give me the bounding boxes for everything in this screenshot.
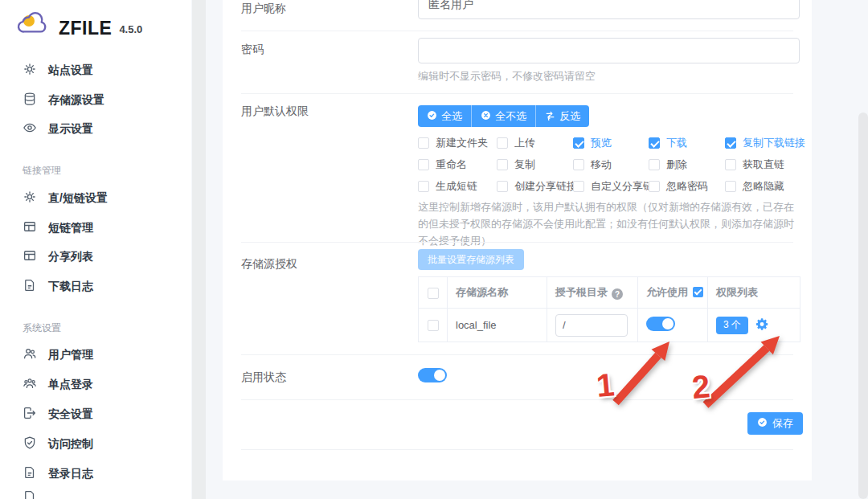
option-label: 移动 [591, 157, 612, 172]
permission-option[interactable]: 自定义分享链接 [573, 179, 649, 194]
nickname-input[interactable] [418, 0, 800, 19]
checkbox[interactable] [649, 181, 660, 192]
perm-count-badge[interactable]: 3 个 [716, 317, 748, 334]
checkbox[interactable] [497, 159, 508, 170]
checkbox[interactable] [573, 159, 584, 170]
document-icon [23, 278, 37, 296]
save-button[interactable]: 保存 [747, 412, 803, 435]
sidebar-item-label: 显示设置 [48, 122, 93, 137]
sidebar-item-label: 访问控制 [48, 437, 93, 452]
table-row: local_file 3 个 [419, 309, 800, 342]
sidebar-item-display-settings[interactable]: 显示设置 [23, 121, 93, 137]
select-all-rows-checkbox[interactable] [428, 288, 439, 299]
permission-option[interactable]: 忽略隐藏 [725, 179, 784, 194]
permission-option[interactable]: 删除 [649, 157, 687, 172]
option-label: 新建文件夹 [436, 136, 488, 150]
invert-selection-button[interactable]: 反选 [535, 105, 589, 127]
sidebar-item-security-settings[interactable]: 安全设置 [23, 407, 93, 423]
sidebar-item-download-log[interactable]: 下载日志 [23, 279, 93, 295]
checkbox[interactable] [418, 159, 429, 170]
col-header-perm-list: 权限列表 [708, 277, 800, 309]
storage-auth-label: 存储源授权 [241, 257, 297, 272]
checkbox[interactable] [725, 181, 736, 192]
col-header-storage-name: 存储源名称 [448, 277, 547, 309]
page-scrollbar[interactable] [858, 112, 868, 499]
enabled-status-toggle-on[interactable] [418, 368, 447, 382]
option-label: 下载 [666, 136, 687, 150]
app-name: ZFILE [59, 16, 112, 40]
sidebar-item-label: 站点设置 [48, 63, 93, 78]
col-header-root-dir: 授予根目录? [547, 277, 638, 309]
checkbox-checked[interactable] [725, 137, 736, 149]
checkbox[interactable] [418, 137, 429, 149]
permission-option[interactable]: 预览 [573, 136, 612, 150]
save-button-label: 保存 [772, 416, 793, 431]
password-input[interactable] [418, 38, 800, 63]
sidebar-item-login-log[interactable]: 登录日志 [23, 466, 93, 482]
annotation-number-1: 1 [595, 368, 616, 402]
permission-option[interactable]: 下载 [649, 136, 687, 150]
select-all-button[interactable]: 全选 [418, 105, 471, 127]
checkbox[interactable] [725, 159, 736, 170]
sidebar-item-access-control[interactable]: 访问控制 [23, 436, 93, 452]
permission-bulk-actions: 全选 全不选 反选 [418, 105, 589, 127]
option-label: 复制 [514, 157, 535, 172]
permission-option[interactable]: 忽略密码 [649, 179, 708, 194]
checkbox[interactable] [418, 181, 429, 192]
checkbox-checked[interactable] [649, 137, 660, 149]
sidebar-item-label: 登录日志 [48, 467, 93, 481]
permission-option[interactable]: 新建文件夹 [418, 136, 488, 150]
sidebar-scrollbar[interactable] [192, 0, 206, 499]
password-help-text: 编辑时不显示密码，不修改密码请留空 [418, 67, 802, 84]
sidebar-item-link-settings[interactable]: 直/短链设置 [23, 190, 108, 207]
x-circle-icon [481, 110, 491, 123]
permission-option[interactable]: 复制下载链接 [725, 136, 805, 150]
checkbox-checked[interactable] [573, 137, 584, 149]
permission-option[interactable]: 移动 [573, 157, 612, 172]
option-label: 复制下载链接 [743, 136, 805, 150]
allow-use-toggle-on[interactable] [646, 317, 675, 331]
option-label: 生成短链 [436, 179, 477, 194]
divider [241, 31, 793, 31]
question-circle-icon[interactable]: ? [612, 288, 623, 300]
sidebar-item-shortlink-management[interactable]: 短链管理 [23, 220, 93, 236]
storage-name-cell: local_file [448, 309, 547, 342]
root-dir-input[interactable] [555, 314, 628, 337]
permission-option[interactable]: 上传 [497, 136, 535, 150]
eye-icon [23, 121, 37, 138]
permission-option[interactable]: 复制 [497, 157, 535, 172]
sidebar-item-label: 分享列表 [48, 250, 93, 264]
sidebar-section-system-settings: 系统设置 [23, 321, 61, 335]
option-label: 获取直链 [743, 157, 784, 172]
checkbox[interactable] [497, 181, 508, 192]
sidebar-item-label: 安全设置 [48, 407, 93, 422]
gear-icon [23, 190, 37, 207]
checkbox[interactable] [649, 159, 660, 170]
sidebar-item-sso[interactable]: 单点登录 [23, 377, 93, 393]
checkbox[interactable] [497, 137, 508, 149]
sidebar-item-partial[interactable] [23, 490, 37, 499]
permission-option[interactable]: 获取直链 [725, 157, 784, 172]
sidebar-item-user-management[interactable]: 用户管理 [23, 347, 93, 363]
batch-set-storage-button[interactable]: 批量设置存储源列表 [418, 249, 524, 270]
divider [241, 449, 793, 450]
allow-all-checkbox-checked[interactable] [693, 287, 703, 297]
checkbox[interactable] [573, 181, 584, 192]
annotation-number-2: 2 [690, 370, 711, 403]
select-none-button[interactable]: 全不选 [471, 105, 535, 127]
row-checkbox[interactable] [428, 320, 439, 331]
sidebar-item-site-settings[interactable]: 站点设置 [23, 63, 93, 79]
permissions-label: 用户默认权限 [241, 104, 309, 119]
users-icon [23, 346, 37, 364]
sidebar-item-share-list[interactable]: 分享列表 [23, 249, 93, 265]
permission-option[interactable]: 创建分享链接 [497, 179, 577, 194]
permission-option[interactable]: 生成短链 [418, 179, 477, 194]
permission-option[interactable]: 重命名 [418, 157, 467, 172]
sidebar-item-storage-settings[interactable]: 存储源设置 [23, 92, 104, 108]
check-circle-icon [427, 110, 437, 123]
gear-icon[interactable] [755, 317, 769, 333]
option-label: 自定义分享链接 [591, 179, 649, 194]
sidebar-item-label: 单点登录 [48, 378, 93, 392]
app-version: 4.5.0 [119, 19, 142, 40]
logout-icon [23, 406, 37, 423]
